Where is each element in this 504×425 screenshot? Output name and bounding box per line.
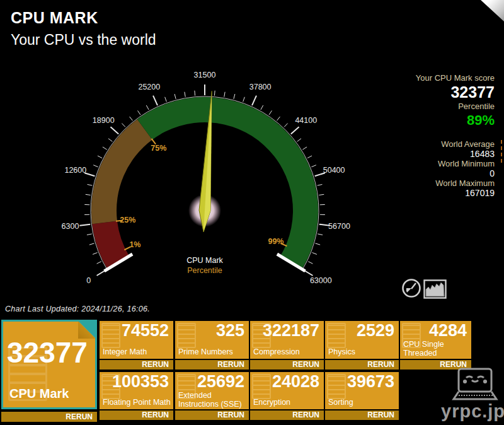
tile-body: 39673 Sorting: [325, 372, 399, 409]
tile-label: Compression: [250, 347, 324, 359]
gauge-minor-tick: [214, 91, 215, 96]
tile-body: 100353 Floating Point Math: [100, 372, 173, 409]
happy-laptop-icon: [451, 368, 499, 403]
edge-dash-marker: [501, 140, 502, 163]
tile-floating-point-math: 100353 Floating Point Math RERUN: [100, 372, 173, 420]
gauge-center-subtitle: Percentile: [154, 266, 255, 275]
gauge-minor-tick: [318, 184, 323, 185]
rerun-button[interactable]: RERUN: [250, 360, 324, 370]
gauge-major-tick: [291, 127, 299, 134]
gauge-minor-tick: [89, 243, 94, 245]
tile-label: Sorting: [325, 398, 399, 409]
tile-physics: 2529 Physics RERUN: [325, 321, 399, 370]
world-average-label: World Average: [350, 139, 495, 149]
gauge-scale-label: 37800: [249, 83, 272, 91]
tile-body: 2529 Physics: [325, 321, 399, 359]
percentile-tick-label: 25%: [120, 216, 135, 224]
world-minimum-label: World Minimum: [350, 159, 495, 169]
gauge-scale-label: 31500: [194, 71, 216, 79]
world-average-value: 16483: [350, 149, 495, 160]
gauge-scale-label: 6300: [62, 222, 79, 231]
world-minimum-value: 0: [350, 169, 495, 179]
tile-fold-corner: [78, 322, 95, 339]
gauge-minor-tick: [175, 94, 176, 99]
tile-label: Prime Numbers: [175, 347, 249, 359]
gauge-minor-tick: [224, 92, 225, 97]
gauge-minor-tick: [297, 139, 301, 142]
tile-body: 24028 Encryption: [250, 372, 324, 409]
gauge-minor-tick: [318, 234, 323, 235]
history-chart-icon[interactable]: [423, 279, 447, 299]
rerun-button[interactable]: RERUN: [100, 410, 173, 420]
rerun-button[interactable]: RERUN: [325, 410, 399, 420]
percentile-tick-label: 1%: [129, 240, 140, 249]
gauge-minor-tick: [195, 91, 195, 96]
tile-value: 25692: [175, 372, 249, 391]
gauge-scale-label: 44100: [295, 116, 317, 125]
gauge-minor-tick: [103, 147, 107, 149]
percentile-label: Percentile: [350, 102, 495, 112]
speedometer-icon[interactable]: [401, 277, 422, 299]
gauge-scale-label: 56700: [328, 222, 350, 231]
gauge-minor-tick: [98, 156, 102, 158]
gauge-scale-label: 63000: [310, 276, 332, 285]
gauge-scale-label: 50400: [323, 166, 345, 175]
tile-value: 2529: [325, 321, 399, 340]
rerun-button[interactable]: RERUN: [175, 410, 249, 420]
tile-label: Encryption: [250, 398, 324, 409]
tile-value: 4284: [400, 321, 471, 340]
percentile-tick-label: 99%: [268, 237, 284, 246]
tile-body: 4284 CPU Single Threaded: [400, 321, 471, 359]
gauge-major-tick: [79, 224, 90, 226]
gauge-minor-tick: [308, 262, 312, 264]
percentile-value: 89%: [350, 112, 495, 129]
tile-label: Integer Math: [100, 347, 173, 359]
tile-value: 24028: [250, 372, 324, 391]
gauge-center-title: CPU Mark: [154, 256, 255, 265]
world-maximum-label: World Maximum: [350, 178, 495, 189]
gauge-minor-tick: [146, 105, 149, 110]
tile-label: Physics: [325, 347, 399, 359]
gauge-band-low: [92, 221, 129, 269]
gauge-minor-tick: [138, 110, 140, 115]
rerun-button[interactable]: RERUN: [175, 360, 249, 370]
percentile-tick-label: 75%: [151, 144, 166, 153]
chart-last-updated: Chart Last Updated: 2024/11/26, 16:06.: [5, 305, 150, 313]
gauge-minor-tick: [311, 165, 316, 167]
gauge-minor-tick: [302, 147, 307, 149]
tile-compression: 322187 Compression RERUN: [250, 321, 324, 370]
cpu-mark-tile-label: CPU Mark: [9, 387, 69, 401]
rerun-button[interactable]: RERUN: [325, 360, 399, 370]
tile-label: CPU Single Threaded: [400, 340, 471, 359]
gauge-minor-tick: [277, 117, 280, 120]
gauge-minor-tick: [234, 94, 235, 99]
gauge-minor-tick: [87, 234, 92, 235]
tile-value: 325: [175, 321, 249, 340]
tile-body: 325 Prime Numbers: [175, 321, 249, 359]
tile-body: 25692 Extended Instructions (SSE): [175, 372, 249, 409]
gauge-band-high: [137, 97, 318, 269]
cpu-mark-tile-value: 32377: [3, 335, 91, 370]
rerun-button-cpu-mark[interactable]: RERUN: [1, 412, 97, 422]
tile-sorting: 39673 Sorting RERUN: [325, 372, 399, 420]
rerun-button[interactable]: RERUN: [100, 360, 173, 370]
rerun-button[interactable]: RERUN: [250, 410, 324, 420]
gauge-minor-tick: [243, 97, 245, 102]
gauge-scale-label: 0: [86, 276, 91, 285]
tile-cpu-single-threaded: 4284 CPU Single Threaded RERUN: [400, 321, 471, 370]
gauge-minor-tick: [88, 184, 93, 185]
gauge-band-mid: [91, 119, 152, 224]
tile-value: 322187: [250, 321, 324, 340]
gauge-minor-tick: [97, 262, 101, 264]
world-maximum-value: 167019: [350, 189, 495, 199]
score-panel: Your CPU Mark score 32377 Percentile 89%…: [350, 73, 495, 198]
tile-body: 322187 Compression: [250, 321, 324, 359]
gauge-minor-tick: [165, 97, 167, 102]
gauge-major-tick: [110, 127, 118, 134]
tile-integer-math: 74552 Integer Math RERUN: [100, 321, 173, 370]
tile-label: Extended Instructions (SSE): [175, 391, 249, 409]
tile-encryption: 24028 Encryption RERUN: [250, 372, 324, 420]
tile-prime-numbers: 325 Prime Numbers RERUN: [175, 321, 249, 370]
gauge-minor-tick: [269, 110, 272, 115]
gauge-minor-tick: [261, 105, 263, 110]
